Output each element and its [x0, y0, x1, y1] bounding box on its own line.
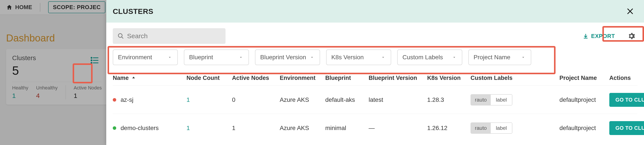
svg-line-7 [122, 37, 124, 39]
highlight-list-icon [73, 63, 92, 83]
col-project-name[interactable]: Project Name [560, 75, 609, 81]
label-key: rauto [471, 123, 491, 133]
k8s-version-value: 1.28.3 [427, 96, 470, 103]
col-custom-labels[interactable]: Custom Labels [470, 75, 560, 81]
label-value: label [491, 123, 512, 133]
custom-labels-cell: rauto label [470, 122, 560, 134]
status-dot-healthy [113, 126, 116, 130]
label-key: rauto [471, 95, 491, 105]
svg-point-6 [118, 34, 122, 38]
download-icon [583, 33, 588, 39]
col-blueprint[interactable]: Blueprint [325, 75, 368, 81]
go-to-cluster-button[interactable]: GO TO CLUSTER [609, 121, 644, 135]
close-icon [626, 7, 634, 15]
table-row: demo-clusters 1 1 Azure AKS minimal — 1.… [113, 114, 638, 142]
col-actions: Actions [609, 75, 644, 81]
blueprint-value: minimal [325, 125, 368, 131]
active-nodes-value: 0 [232, 96, 280, 103]
project-name-value: defaultproject [560, 125, 609, 131]
highlight-export [602, 26, 644, 42]
col-blueprint-version[interactable]: Blueprint Version [368, 75, 427, 81]
clusters-table: Name Node Count Active Nodes Environment… [106, 70, 644, 142]
search-box[interactable] [113, 28, 226, 44]
panel-title: CLUSTERS [113, 7, 153, 16]
table-row: az-sj 1 0 Azure AKS default-aks latest 1… [113, 86, 638, 114]
cluster-name[interactable]: az-sj [120, 96, 133, 103]
node-count-link[interactable]: 1 [186, 96, 232, 103]
close-button[interactable] [625, 6, 635, 17]
blueprint-value: default-aks [325, 96, 368, 103]
col-environment[interactable]: Environment [280, 75, 325, 81]
status-dot-unhealthy [113, 98, 116, 102]
highlight-filters [108, 46, 556, 74]
k8s-version-value: 1.26.12 [427, 125, 470, 131]
search-input[interactable] [127, 32, 221, 40]
sort-asc-icon [131, 75, 136, 81]
go-to-cluster-button[interactable]: GO TO CLUSTER [609, 93, 644, 107]
environment-value: Azure AKS [280, 125, 325, 131]
search-icon [118, 33, 124, 39]
col-node-count[interactable]: Node Count [186, 75, 232, 81]
custom-labels-cell: rauto label [470, 94, 560, 105]
node-count-link[interactable]: 1 [186, 125, 232, 131]
label-value: label [491, 95, 512, 105]
col-k8s-version[interactable]: K8s Version [427, 75, 470, 81]
col-active-nodes[interactable]: Active Nodes [232, 75, 280, 81]
blueprint-version-value: latest [368, 96, 427, 103]
panel-header: CLUSTERS [106, 0, 644, 23]
col-name-label: Name [113, 75, 129, 81]
col-name[interactable]: Name [113, 75, 186, 81]
blueprint-version-value: — [368, 125, 427, 131]
environment-value: Azure AKS [280, 96, 325, 103]
active-nodes-value: 1 [232, 125, 280, 131]
toolbar: EXPORT [106, 23, 644, 50]
cluster-name[interactable]: demo-clusters [120, 125, 159, 131]
project-name-value: defaultproject [560, 96, 609, 103]
